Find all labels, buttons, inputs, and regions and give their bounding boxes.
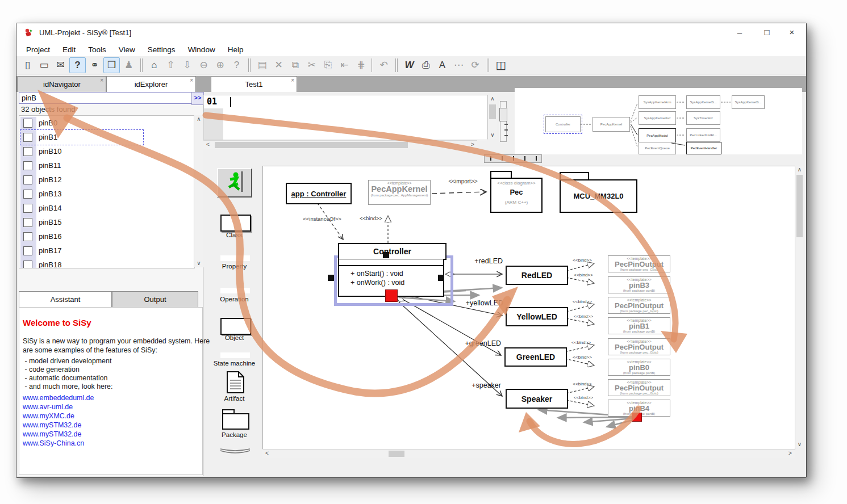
overview-node[interactable]: PecAppModul (639, 128, 676, 143)
word-export-icon[interactable]: W (402, 58, 417, 73)
scroll-right-icon[interactable]: > (469, 141, 476, 149)
checkbox[interactable] (23, 119, 32, 128)
list-item[interactable]: pinB12 (19, 173, 190, 187)
red-anchor-handle[interactable] (385, 289, 398, 302)
uml-template-pecpinoutput[interactable]: <<template>> PecPinOutput (from package … (608, 255, 670, 272)
copy-icon[interactable]: ⧉ (287, 58, 303, 73)
move-left-icon[interactable]: ⇤ (337, 58, 352, 73)
scrollbar-thumb[interactable] (796, 175, 803, 237)
overview-node[interactable]: PecLinkedListEl... (686, 128, 720, 142)
list-item[interactable]: pinB16 (19, 230, 190, 244)
editor-hscrollbar[interactable]: < > (203, 140, 477, 149)
figure-icon[interactable]: ♟ (121, 58, 136, 73)
editor-zoom-slider[interactable] (499, 101, 507, 141)
canvas-hscrollbar[interactable]: < > (262, 449, 795, 458)
checkbox[interactable] (23, 232, 32, 241)
list-item[interactable]: pinB10 (19, 145, 190, 159)
checkbox[interactable] (23, 261, 32, 268)
menu-edit[interactable]: Edit (57, 44, 81, 55)
font-icon[interactable]: A (435, 58, 450, 73)
canvas-vscrollbar[interactable]: ∧ ∨ (795, 166, 804, 448)
scroll-left-icon[interactable]: < (205, 141, 211, 149)
checkbox[interactable] (23, 218, 32, 227)
tab-close-icon[interactable]: × (291, 77, 294, 83)
checkbox[interactable] (23, 147, 32, 156)
search-input[interactable] (19, 92, 193, 104)
close-button[interactable]: × (780, 24, 804, 40)
checkbox[interactable] (23, 204, 32, 213)
uml-class-greenled[interactable]: GreenLED (504, 347, 567, 367)
properties-icon[interactable]: ▤ (254, 58, 270, 73)
minimize-button[interactable]: – (728, 24, 752, 40)
uml-class-redled[interactable]: RedLED (506, 266, 568, 285)
book-icon[interactable]: ◫ (493, 58, 508, 73)
tab-close-icon[interactable]: × (100, 77, 103, 83)
scroll-up-icon[interactable]: ∧ (488, 95, 497, 103)
overview-node[interactable]: PecEventHandler (686, 142, 721, 154)
list-item[interactable]: pinB11 (19, 159, 190, 173)
overview-node[interactable]: PecAppKernel (593, 117, 630, 132)
palette-operation-shape[interactable] (220, 288, 250, 293)
tab-output[interactable]: Output (112, 291, 198, 307)
nav-down-icon[interactable]: ⇩ (180, 58, 195, 73)
list-item[interactable]: pinB13 (19, 187, 190, 201)
overview-node[interactable]: SysAppKernelS... (732, 95, 765, 109)
scroll-up-icon[interactable]: ∧ (795, 166, 804, 174)
tab-idexplorer[interactable]: idExplorer × (106, 76, 196, 92)
code-editor[interactable]: 01 (203, 95, 487, 140)
menu-project[interactable]: Project (21, 44, 55, 55)
home-icon[interactable]: ⌂ (147, 58, 162, 73)
uml-class-speaker[interactable]: Speaker (506, 389, 568, 409)
search-go-button[interactable]: >> (191, 92, 204, 105)
scroll-up-icon[interactable]: ∧ (194, 115, 203, 123)
menu-tools[interactable]: Tools (83, 44, 111, 55)
delete-icon[interactable]: ✕ (271, 58, 286, 73)
uml-template-pecpinoutput[interactable]: <<template>> PecPinOutput (from package … (608, 379, 670, 396)
columns-icon[interactable]: ⋕ (353, 58, 369, 73)
mail-icon[interactable]: ✉ (53, 58, 68, 73)
help-icon[interactable]: ? (69, 57, 86, 73)
scrollbar-thumb[interactable] (215, 142, 408, 148)
selection-handle[interactable] (438, 275, 444, 281)
zoom-out-icon[interactable]: ⊖ (196, 58, 211, 73)
undo-icon[interactable]: ↶ (376, 58, 391, 73)
link-avr-uml[interactable]: www.avr-uml.de (23, 403, 73, 411)
nav-up-icon[interactable]: ⇧ (163, 58, 178, 73)
uml-class-controller-header[interactable]: Controller (338, 243, 447, 260)
doc-help-icon[interactable]: ? (229, 58, 244, 73)
list-item[interactable]: pinB17 (19, 244, 190, 258)
red-anchor-handle[interactable] (632, 413, 642, 422)
overview-node[interactable]: SysAppKernelS... (686, 95, 720, 109)
link-embeddeduml[interactable]: www.embeddeduml.de (23, 394, 94, 402)
checkbox[interactable] (23, 161, 32, 170)
checkbox[interactable] (23, 175, 32, 184)
scrollbar-thumb[interactable] (489, 104, 496, 119)
uml-template-pinb3[interactable]: <<template>> pinB3 (from package portB) (608, 276, 670, 293)
scroll-down-icon[interactable]: ∨ (488, 131, 497, 139)
scrollbar-thumb[interactable] (389, 451, 404, 457)
fields-icon[interactable]: ⋯ (451, 58, 466, 73)
cut-icon[interactable]: ✂ (304, 58, 319, 73)
list-item[interactable]: pinB18 (19, 258, 190, 268)
uml-instance-app-controller[interactable]: app : Controller (286, 183, 352, 204)
uml-class-yellowled[interactable]: YellowLED (506, 307, 568, 326)
overview-node-controller[interactable]: Controller (545, 116, 581, 132)
link-sisy-china[interactable]: www.SiSy-China.cn (23, 439, 84, 447)
overview-node[interactable]: SysAppKernelArm (639, 95, 676, 109)
scroll-right-icon[interactable]: > (787, 450, 794, 457)
palette-class-shape[interactable] (220, 215, 251, 232)
palette-object-shape[interactable] (220, 318, 251, 335)
link-mystm32[interactable]: www.mySTM32.de (23, 421, 81, 429)
refresh-icon[interactable]: ⟳ (468, 58, 483, 73)
menu-settings[interactable]: Settings (143, 44, 181, 55)
checkbox[interactable] (23, 246, 32, 255)
uml-template-pinb0[interactable]: <<template>> pinB0 (from package portB) (608, 359, 670, 376)
list-item[interactable]: pinB14 (19, 201, 190, 216)
run-button[interactable] (217, 168, 252, 198)
menu-help[interactable]: Help (223, 44, 249, 55)
list-scrollbar[interactable]: ∧ ∨ (194, 115, 203, 267)
list-item[interactable]: pinB0 (19, 116, 190, 131)
tab-test1[interactable]: Test1 × (211, 76, 297, 92)
uml-template-pecappkernel[interactable]: <<template>> PecAppKernel (from package … (368, 180, 431, 205)
new-file-icon[interactable]: ▯ (20, 58, 35, 73)
